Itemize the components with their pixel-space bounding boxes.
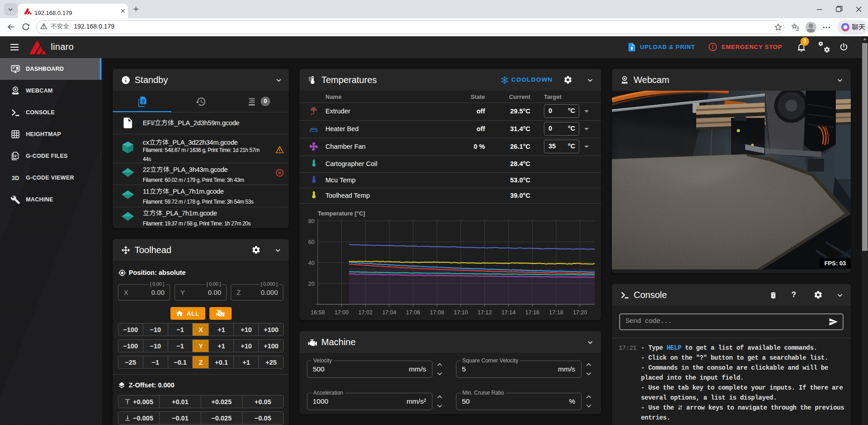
svg-text:17:04: 17:04 — [382, 309, 396, 316]
svg-text:80: 80 — [308, 218, 315, 225]
svg-text:40: 40 — [308, 260, 315, 266]
svg-text:17:00: 17:00 — [335, 309, 349, 316]
svg-text:17:10: 17:10 — [454, 309, 468, 316]
svg-text:20: 20 — [308, 281, 315, 287]
svg-text:60: 60 — [308, 239, 315, 245]
svg-text:3D: 3D — [12, 175, 19, 181]
svg-text:17:20: 17:20 — [573, 309, 587, 316]
svg-text:17:06: 17:06 — [406, 309, 420, 316]
svg-text:17:02: 17:02 — [359, 309, 373, 316]
svg-text:17:08: 17:08 — [430, 309, 444, 316]
svg-text:17:12: 17:12 — [478, 309, 492, 316]
svg-text:Temperature [°C]: Temperature [°C] — [318, 210, 365, 217]
svg-text:17:14: 17:14 — [501, 309, 515, 316]
svg-text:17:18: 17:18 — [549, 309, 563, 316]
svg-text:16:58: 16:58 — [310, 309, 325, 316]
svg-text:17:16: 17:16 — [525, 309, 539, 316]
